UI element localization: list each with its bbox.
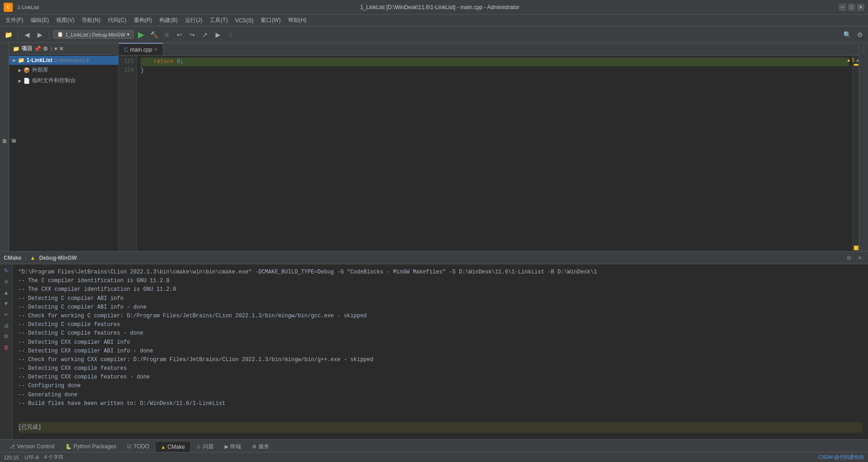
tree-item-external-libs[interactable]: ▶ 📦 外部库 bbox=[9, 65, 118, 75]
project-close-icon[interactable]: ✕ bbox=[59, 46, 63, 52]
project-pin-icon[interactable]: 📌 bbox=[34, 46, 41, 52]
cmake-line-1: -- The C compiler identification is GNU … bbox=[18, 277, 863, 285]
settings-button[interactable]: ⚙ bbox=[854, 29, 865, 40]
left-vertical-tabs: 书签 结构 bbox=[0, 43, 9, 251]
pause[interactable]: ⏸ bbox=[225, 29, 236, 40]
editor-panel: C main.cpp ✕ 123 124 return 0; } ▲ bbox=[119, 43, 859, 251]
tab-main-cpp[interactable]: C main.cpp ✕ bbox=[119, 43, 163, 55]
bookmarks-tab[interactable]: 书签 bbox=[0, 143, 9, 151]
cmake-line-16 bbox=[18, 414, 863, 422]
temp-files-label: 临时文件和控制台 bbox=[32, 77, 76, 84]
tab-terminal[interactable]: ▶ 终端 bbox=[219, 441, 247, 452]
menu-build[interactable]: 构建(B) bbox=[156, 15, 181, 26]
menu-run[interactable]: 运行(J) bbox=[181, 15, 206, 26]
search-everywhere[interactable]: 🔍 bbox=[842, 29, 852, 40]
tab-services[interactable]: ⚙ 服务 bbox=[247, 441, 275, 452]
status-encoding[interactable]: UTF-8 bbox=[25, 455, 39, 460]
version-control-icon: ⎇ bbox=[9, 444, 15, 450]
cmake-sync-btn[interactable]: ↻ bbox=[2, 266, 11, 275]
cmake-line-13: -- Configuring done bbox=[18, 382, 863, 390]
cmake-line-0: "D:\Program Files\JetBrains\CLion 2022.1… bbox=[18, 268, 863, 277]
cmake-panel-header: CMake | ▲ Debug-MinGW ⚙ ✕ bbox=[0, 252, 868, 264]
editor-tabs: C main.cpp ✕ bbox=[119, 43, 859, 56]
cmake-panel-controls: ⚙ ✕ bbox=[844, 253, 864, 262]
cmake-wrap-btn[interactable]: ↩ bbox=[2, 310, 11, 319]
python-packages-icon: 🐍 bbox=[65, 444, 72, 450]
cmake-separator: | bbox=[25, 255, 26, 261]
debug-build-button[interactable]: 🔨 bbox=[148, 29, 159, 40]
status-position[interactable]: 125:15 bbox=[4, 455, 19, 460]
step-out[interactable]: ↗ bbox=[200, 29, 210, 40]
toolbar-separator-1 bbox=[17, 30, 18, 39]
tab-todo[interactable]: ☑ TODO bbox=[121, 441, 154, 452]
expand-icon[interactable]: ▲ bbox=[855, 58, 859, 63]
cmake-stop-btn[interactable]: ⏹ bbox=[2, 277, 11, 286]
bottom-panel: CMake | ▲ Debug-MinGW ⚙ ✕ ↻ ⏹ ▲ ▼ ↩ 🖨 ⚙ … bbox=[0, 251, 868, 452]
run-config-selector[interactable]: 📋 1_LinkList | Debug-MinGW ▾ bbox=[53, 30, 134, 39]
project-collapse-icon[interactable]: ↕ bbox=[50, 46, 53, 52]
menu-window[interactable]: 窗口(W) bbox=[257, 15, 284, 26]
cmake-line-9: -- Detecting CXX compiler ABI info - don… bbox=[18, 347, 863, 356]
project-gear-icon[interactable]: ⚙ bbox=[43, 46, 48, 52]
step-into[interactable]: ↪ bbox=[187, 29, 198, 40]
tab-services-label: 服务 bbox=[258, 443, 269, 451]
cmake-line-5: -- Check for working C compiler: D:/Prog… bbox=[18, 312, 863, 320]
bottom-tabs: ⎇ Version Control 🐍 Python Packages ☑ TO… bbox=[0, 439, 868, 452]
project-icon: 📁 bbox=[18, 57, 25, 63]
menu-vcs[interactable]: VCS(S) bbox=[231, 16, 258, 25]
line-num-123: 123 bbox=[121, 58, 134, 66]
cmake-gear-btn[interactable]: ⚙ bbox=[2, 332, 11, 341]
toolbar-forward[interactable]: ▶ bbox=[34, 29, 45, 40]
code-area[interactable]: return 0; } bbox=[137, 56, 852, 251]
tab-python-packages[interactable]: 🐍 Python Packages bbox=[60, 441, 121, 452]
cmake-close-icon[interactable]: ✕ bbox=[855, 253, 864, 262]
status-csdn-link[interactable]: CSDN @代码爱你你 bbox=[819, 454, 864, 461]
run-button[interactable]: ▶ bbox=[136, 29, 147, 40]
menu-navigate[interactable]: 导航(N) bbox=[78, 15, 104, 26]
cmake-line-7: -- Detecting C compile features - done bbox=[18, 329, 863, 338]
cmake-print-btn[interactable]: 🖨 bbox=[2, 321, 11, 330]
tab-version-control[interactable]: ⎇ Version Control bbox=[4, 441, 60, 452]
line-ending-label: 4 个字符 bbox=[44, 454, 63, 461]
minimize-button[interactable]: ─ bbox=[839, 4, 846, 11]
tab-close-button[interactable]: ✕ bbox=[154, 47, 158, 52]
tree-item-project[interactable]: ▶ 📁 1-LinkList D:\WinDesk\11.6\ bbox=[9, 56, 118, 65]
terminal-icon: ▶ bbox=[225, 444, 228, 450]
window-menu-file[interactable]: 1-LinkList bbox=[16, 5, 41, 10]
tab-problems[interactable]: ⚠ 问题 bbox=[191, 441, 219, 452]
project-hide-icon[interactable]: ▾ bbox=[54, 46, 57, 52]
menu-edit[interactable]: 编辑(E) bbox=[27, 15, 53, 26]
cmake-settings-icon[interactable]: ⚙ bbox=[844, 253, 853, 262]
run-config-label: 1_LinkList | Debug-MinGW bbox=[65, 32, 125, 37]
project-tree: ▶ 📁 1-LinkList D:\WinDesk\11.6\ ▶ 📦 外部库 … bbox=[9, 55, 118, 251]
tab-python-packages-label: Python Packages bbox=[74, 443, 116, 450]
close-button[interactable]: ✕ bbox=[857, 4, 864, 11]
menu-file[interactable]: 文件(F) bbox=[2, 15, 27, 26]
status-line-ending[interactable]: 4 个字符 bbox=[44, 454, 63, 461]
structure-tab[interactable]: 结构 bbox=[9, 143, 18, 151]
menu-tools[interactable]: 工具(T) bbox=[206, 15, 231, 26]
toolbar-recent-files[interactable]: 📁 bbox=[3, 29, 14, 40]
tab-cmake[interactable]: ▲ CMake bbox=[155, 441, 191, 452]
main-layout: 书签 结构 📁 项目 📌 ⚙ ↕ ▾ ✕ ▶ 📁 1-LinkList bbox=[0, 43, 868, 452]
cmake-prev-btn[interactable]: ▲ bbox=[2, 288, 11, 297]
right-panel-icon-1[interactable]: ⋮ bbox=[859, 45, 868, 54]
cmake-clear-btn[interactable]: 🗑 bbox=[2, 343, 11, 352]
right-gutter: ▲ 5 ▲ ▼ bbox=[852, 56, 859, 251]
cmake-warn-icon: ▲ bbox=[30, 255, 36, 261]
expand-arrow: ▶ bbox=[13, 58, 16, 63]
tree-item-temp-files[interactable]: ▶ 📄 临时文件和控制台 bbox=[9, 75, 118, 86]
cmake-next-btn[interactable]: ▼ bbox=[2, 299, 11, 308]
maximize-button[interactable]: □ bbox=[848, 4, 855, 11]
stop-button[interactable]: ⏹ bbox=[161, 29, 172, 40]
menu-bar: 文件(F) 编辑(E) 视图(V) 导航(N) 代码(C) 重构(R) 构建(B… bbox=[0, 15, 868, 26]
menu-view[interactable]: 视图(V) bbox=[53, 15, 78, 26]
step-over[interactable]: ↩ bbox=[174, 29, 185, 40]
cmake-line-6: -- Detecting C compile features bbox=[18, 320, 863, 329]
resume[interactable]: ▶ bbox=[212, 29, 223, 40]
menu-refactor[interactable]: 重构(R) bbox=[130, 15, 156, 26]
menu-code[interactable]: 代码(C) bbox=[104, 15, 130, 26]
tab-version-control-label: Version Control bbox=[17, 443, 54, 450]
menu-help[interactable]: 帮助(H) bbox=[284, 15, 310, 26]
toolbar-back[interactable]: ◀ bbox=[21, 29, 32, 40]
